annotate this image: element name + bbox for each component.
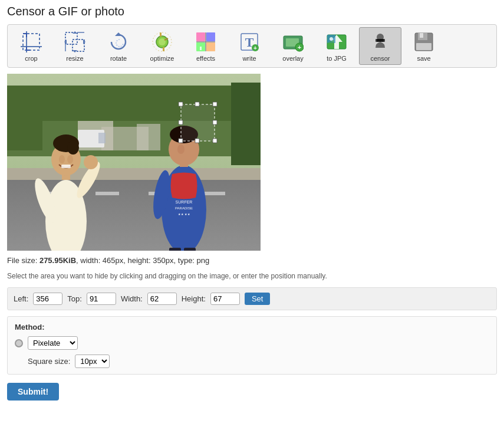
svg-rect-86	[181, 104, 215, 141]
set-button[interactable]: Set	[245, 293, 271, 305]
svg-rect-93	[195, 139, 199, 143]
svg-rect-0	[23, 34, 39, 50]
svg-rect-72	[61, 165, 71, 168]
method-label: Method:	[15, 323, 489, 331]
image-container[interactable]: SURFER PARADISE ★ ★ ★ ★	[7, 74, 261, 251]
resize-label: resize	[66, 55, 83, 62]
overlay-icon: +	[281, 30, 305, 54]
rotate-icon	[107, 30, 130, 54]
svg-rect-21	[206, 42, 215, 51]
svg-rect-48	[231, 83, 261, 165]
svg-text:SURFER: SURFER	[176, 200, 193, 204]
svg-rect-47	[7, 86, 261, 121]
svg-point-36	[330, 37, 333, 41]
svg-point-70	[59, 155, 65, 163]
svg-rect-85	[184, 248, 196, 251]
toolbar-btn-optimize[interactable]: optimize	[141, 27, 183, 65]
censor-icon	[368, 30, 392, 54]
toolbar-btn-censor[interactable]: censor	[359, 27, 401, 65]
save-icon	[412, 30, 436, 54]
svg-point-71	[67, 155, 73, 163]
instructions-text: Select the area you want to hide by clic…	[7, 270, 497, 283]
svg-rect-15	[163, 47, 164, 51]
svg-point-82	[177, 145, 185, 154]
svg-rect-43	[420, 33, 423, 38]
method-radio[interactable]	[15, 339, 23, 347]
toolbar-btn-resize[interactable]: resize	[54, 27, 96, 65]
resize-icon	[63, 30, 87, 54]
top-input[interactable]	[87, 293, 116, 305]
left-label: Left:	[14, 294, 28, 303]
toolbar-btn-overlay[interactable]: + overlay	[272, 27, 314, 65]
method-row: Pixelate Blur Black bar	[15, 336, 489, 350]
svg-rect-54	[98, 133, 106, 143]
file-info-suffix: , width: 465px, height: 350px, type: png	[76, 256, 209, 265]
effects-label: effects	[196, 55, 215, 62]
height-label: Height:	[182, 294, 206, 303]
svg-marker-10	[73, 50, 77, 52]
rotate-label: rotate	[110, 55, 127, 62]
toolbar-btn-tojpg[interactable]: to JPG	[315, 27, 358, 65]
write-label: write	[242, 55, 256, 62]
svg-rect-84	[169, 248, 181, 251]
svg-text:+: +	[253, 45, 257, 51]
svg-rect-88	[195, 102, 199, 106]
square-size-select[interactable]: 5px 10px 15px 20px	[75, 354, 110, 368]
crop-label: crop	[25, 55, 37, 62]
submit-button[interactable]: Submit!	[7, 383, 59, 401]
svg-rect-49	[7, 91, 42, 150]
page-title: Censor a GIF or photo	[7, 5, 497, 18]
main-image[interactable]: SURFER PARADISE ★ ★ ★ ★	[7, 74, 261, 251]
svg-rect-4	[73, 40, 84, 51]
write-icon: T +	[238, 30, 261, 54]
svg-rect-19	[206, 32, 215, 41]
file-info: File size: 275.95KiB, width: 465px, heig…	[7, 256, 497, 265]
svg-rect-3	[65, 32, 77, 44]
svg-rect-18	[196, 32, 205, 41]
toolbar-btn-effects[interactable]: effects	[185, 27, 227, 65]
top-label: Top:	[67, 294, 82, 303]
width-label: Width:	[121, 294, 143, 303]
svg-rect-58	[95, 192, 119, 195]
toolbar-btn-write[interactable]: T + write	[228, 27, 271, 65]
method-section: Method: Pixelate Blur Black bar Square s…	[7, 316, 497, 375]
width-input[interactable]	[147, 293, 177, 305]
svg-text:★ ★ ★ ★: ★ ★ ★ ★	[178, 212, 190, 216]
left-input[interactable]	[33, 293, 62, 305]
svg-marker-11	[115, 32, 122, 36]
svg-marker-7	[73, 31, 77, 34]
optimize-icon	[150, 30, 174, 54]
height-input[interactable]	[210, 293, 240, 305]
square-size-row: Square size: 5px 10px 15px 20px	[15, 354, 489, 368]
svg-text:PARADISE: PARADISE	[175, 206, 193, 210]
toolbar-btn-crop[interactable]: crop	[10, 27, 52, 65]
svg-rect-52	[137, 124, 160, 150]
svg-rect-94	[213, 139, 217, 143]
svg-rect-24	[200, 47, 202, 50]
file-size: 275.95KiB	[39, 256, 76, 265]
position-row: Left: Top: Width: Height: Set	[7, 287, 497, 310]
overlay-label: overlay	[282, 55, 303, 62]
svg-text:+: +	[298, 44, 301, 51]
svg-rect-14	[160, 32, 162, 37]
svg-rect-91	[213, 120, 217, 124]
crop-icon	[19, 30, 43, 54]
toolbar: crop resize rotate	[7, 24, 497, 68]
svg-rect-61	[7, 168, 261, 180]
save-label: save	[417, 55, 430, 62]
svg-rect-90	[179, 120, 183, 124]
square-size-label: Square size:	[28, 357, 70, 366]
svg-point-65	[84, 155, 98, 169]
toolbar-btn-rotate[interactable]: rotate	[97, 27, 140, 65]
svg-rect-40	[375, 39, 385, 42]
svg-rect-92	[179, 139, 183, 143]
file-info-prefix: File size:	[7, 256, 39, 265]
tojpg-icon	[325, 30, 348, 54]
method-select[interactable]: Pixelate Blur Black bar	[28, 336, 78, 350]
censor-label: censor	[370, 55, 390, 62]
toolbar-btn-save[interactable]: save	[403, 27, 445, 65]
svg-rect-60	[202, 192, 225, 195]
optimize-label: optimize	[150, 55, 174, 62]
svg-rect-89	[213, 102, 217, 106]
svg-rect-44	[416, 43, 431, 50]
